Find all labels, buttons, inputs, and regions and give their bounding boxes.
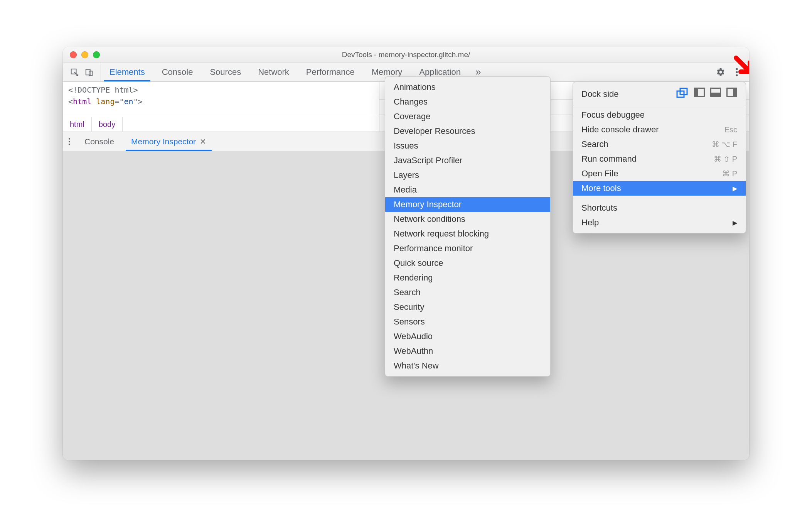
tab-sources[interactable]: Sources — [201, 63, 249, 81]
svg-rect-1 — [86, 69, 90, 75]
close-icon[interactable]: ✕ — [200, 137, 206, 146]
more-tools-item-network-conditions[interactable]: Network conditions — [385, 212, 550, 226]
settings-gear-icon[interactable] — [715, 67, 726, 78]
dock-undock-icon[interactable] — [676, 88, 689, 100]
more-tools-item-quick-source[interactable]: Quick source — [385, 256, 550, 270]
drawer-tab-label: Memory Inspector — [131, 137, 196, 146]
submenu-arrow-icon: ▶ — [733, 185, 737, 192]
menu-item-shortcuts[interactable]: Shortcuts — [573, 201, 746, 215]
more-tools-item-webauthn[interactable]: WebAuthn — [385, 344, 550, 358]
drawer-tab-memory-inspector[interactable]: Memory Inspector✕ — [123, 132, 215, 151]
svg-point-3 — [736, 68, 738, 70]
more-tools-item-sensors[interactable]: Sensors — [385, 314, 550, 329]
more-tools-item-performance-monitor[interactable]: Performance monitor — [385, 241, 550, 256]
menu-item-label: Help — [581, 218, 599, 228]
tab-network[interactable]: Network — [249, 63, 298, 81]
menu-item-help[interactable]: Help▶ — [573, 215, 746, 230]
dock-side-row: Dock side — [573, 85, 746, 103]
more-options-kebab-icon[interactable] — [731, 67, 742, 78]
window-close-button[interactable] — [70, 51, 77, 58]
svg-point-8 — [69, 144, 70, 145]
more-tools-item-changes[interactable]: Changes — [385, 95, 550, 109]
dock-left-icon[interactable] — [694, 88, 705, 97]
svg-point-4 — [736, 71, 738, 73]
menu-item-open-file[interactable]: Open File⌘ P — [573, 166, 746, 181]
inspect-element-icon[interactable] — [70, 68, 79, 77]
svg-point-5 — [736, 74, 738, 76]
svg-point-6 — [69, 138, 70, 139]
more-tools-item-media[interactable]: Media — [385, 183, 550, 197]
menu-item-label: Search — [581, 139, 608, 149]
code-line-2: <html lang="en"> — [68, 96, 374, 107]
more-tools-submenu: AnimationsChangesCoverageDeveloper Resou… — [385, 76, 551, 377]
window-maximize-button[interactable] — [93, 51, 100, 58]
breadcrumb-html[interactable]: html — [63, 117, 92, 132]
toolbar-right — [708, 63, 749, 81]
menu-shortcut: ⌘ P — [711, 169, 737, 178]
menu-item-label: More tools — [581, 183, 621, 193]
tab-console[interactable]: Console — [153, 63, 202, 81]
menu-item-label: Shortcuts — [581, 203, 617, 213]
more-tools-item-security[interactable]: Security — [385, 300, 550, 314]
menu-item-run-command[interactable]: Run command⌘ ⇧ P — [573, 152, 746, 166]
tab-performance[interactable]: Performance — [298, 63, 363, 81]
menu-item-label: Focus debuggee — [581, 110, 645, 120]
window-titlebar: DevTools - memory-inspector.glitch.me/ — [63, 47, 749, 63]
device-toggle-icon[interactable] — [84, 68, 94, 77]
svg-point-7 — [69, 141, 70, 142]
more-tools-item-network-request-blocking[interactable]: Network request blocking — [385, 226, 550, 241]
drawer-tab-console[interactable]: Console — [76, 132, 123, 151]
dock-side-label: Dock side — [581, 89, 619, 99]
dom-code: <!DOCTYPE html> <html lang="en"> — [63, 82, 379, 117]
dock-side-options — [676, 88, 737, 100]
submenu-arrow-icon: ▶ — [733, 219, 737, 226]
menu-separator — [573, 198, 746, 198]
dom-tree-pane[interactable]: <!DOCTYPE html> <html lang="en"> htmlbod… — [63, 82, 379, 132]
menu-separator — [573, 105, 746, 105]
dock-bottom-icon[interactable] — [710, 88, 721, 97]
tab-elements[interactable]: Elements — [101, 63, 153, 81]
more-tools-item-layers[interactable]: Layers — [385, 168, 550, 183]
menu-shortcut: ⌘ ⌥ F — [701, 140, 737, 149]
more-tools-item-animations[interactable]: Animations — [385, 80, 550, 95]
window-minimize-button[interactable] — [81, 51, 88, 58]
devtools-window: DevTools - memory-inspector.glitch.me/ E… — [63, 47, 749, 460]
more-tools-item-rendering[interactable]: Rendering — [385, 270, 550, 285]
main-options-menu: Dock side Focus debuggeeHide console dra… — [573, 82, 746, 233]
menu-item-label: Run command — [581, 154, 637, 164]
menu-item-more-tools[interactable]: More tools▶ — [573, 181, 746, 196]
window-title: DevTools - memory-inspector.glitch.me/ — [63, 51, 749, 59]
menu-item-label: Hide console drawer — [581, 125, 659, 135]
more-tools-item-coverage[interactable]: Coverage — [385, 109, 550, 124]
more-tools-item-javascript-profiler[interactable]: JavaScript Profiler — [385, 153, 550, 168]
drawer-more-icon[interactable] — [63, 132, 76, 151]
more-tools-item-memory-inspector[interactable]: Memory Inspector — [385, 197, 550, 212]
menu-shortcut: ⌘ ⇧ P — [703, 154, 737, 164]
breadcrumb-body[interactable]: body — [92, 117, 123, 132]
window-traffic-lights — [63, 51, 100, 58]
menu-item-search[interactable]: Search⌘ ⌥ F — [573, 137, 746, 152]
drawer-tab-label: Console — [84, 137, 114, 146]
toolbar-left-icons — [63, 63, 101, 81]
more-tools-item-webaudio[interactable]: WebAudio — [385, 329, 550, 344]
menu-item-focus-debuggee[interactable]: Focus debuggee — [573, 108, 746, 122]
more-tools-item-search[interactable]: Search — [385, 285, 550, 300]
menu-shortcut: Esc — [714, 125, 737, 134]
menu-item-label: Open File — [581, 169, 618, 179]
menu-item-hide-console-drawer[interactable]: Hide console drawerEsc — [573, 122, 746, 137]
more-tools-item-developer-resources[interactable]: Developer Resources — [385, 124, 550, 139]
dom-breadcrumb: htmlbody — [63, 117, 379, 132]
code-line-1: <!DOCTYPE html> — [68, 84, 374, 96]
more-tools-item-what-s-new[interactable]: What's New — [385, 358, 550, 373]
more-tools-item-issues[interactable]: Issues — [385, 139, 550, 153]
dock-right-icon[interactable] — [726, 88, 737, 97]
